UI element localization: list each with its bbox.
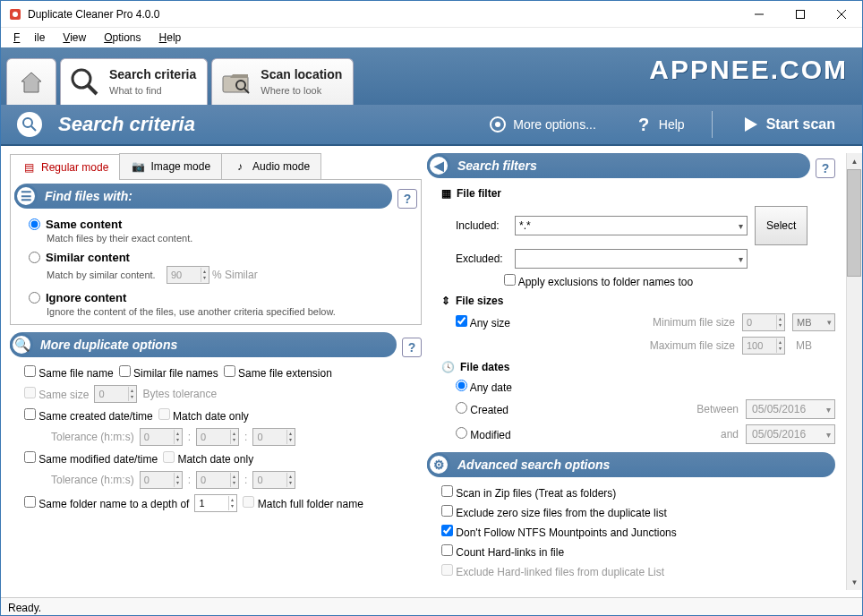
svg-line-12 (31, 126, 36, 131)
min-size-label: Minimum file size (653, 316, 735, 329)
file-sizes-heading: ⇕ File sizes (441, 291, 835, 311)
page-header: Search criteria More options... ? Help S… (1, 105, 862, 146)
file-dates-heading: 🕓 File dates (441, 357, 835, 377)
start-scan-button[interactable]: Start scan (729, 105, 846, 144)
match-date-only-check-2[interactable]: Match date only (163, 451, 253, 466)
same-size-check[interactable]: Same size (24, 387, 89, 401)
status-text: Ready. (8, 602, 41, 614)
divider (712, 111, 713, 138)
tab-audio-label: Audio mode (252, 160, 310, 173)
tolerance-label-2: Tolerance (h:m:s) (51, 474, 134, 486)
ntfs-check[interactable]: Don't Follow NTFS Mountpoints and Juncti… (441, 525, 677, 539)
similar-pct-input[interactable]: 90 (167, 266, 209, 284)
search-criteria-sub: What to find (109, 85, 162, 96)
file-filter-heading: ▦ File filter (441, 184, 835, 203)
scroll-down-icon[interactable]: ▼ (847, 574, 862, 590)
resize-icon: ⇕ (441, 295, 450, 307)
any-date-radio[interactable]: Any date (456, 380, 512, 394)
max-size-label: Maximum file size (650, 339, 735, 352)
maximize-button[interactable] (780, 1, 821, 28)
tol-h-input-2[interactable]: 0 (140, 471, 183, 489)
magnifier-icon (17, 112, 42, 137)
menu-file[interactable]: File (6, 30, 52, 46)
date-to-input[interactable]: 05/05/2016 (746, 424, 835, 444)
find-files-heading: ☰ Find files with: (14, 184, 392, 209)
menu-options[interactable]: Options (97, 30, 148, 46)
help-icon[interactable]: ? (402, 338, 422, 357)
same-content-desc: Match files by their exact content. (47, 233, 410, 244)
ignore-content-radio[interactable]: Ignore content (29, 291, 410, 304)
same-file-name-check[interactable]: Same file name (24, 365, 114, 380)
tab-regular-mode[interactable]: ▤Regular mode (10, 154, 120, 180)
select-button[interactable]: Select (755, 206, 807, 245)
tab-audio-mode[interactable]: ♪Audio mode (221, 153, 321, 179)
svg-line-7 (88, 85, 97, 94)
help-label: Help (659, 117, 685, 132)
help-icon[interactable]: ? (397, 189, 417, 209)
home-button[interactable] (6, 58, 56, 105)
vertical-scrollbar[interactable]: ▲ ▼ (846, 153, 862, 590)
scrollbar-thumb[interactable] (847, 169, 861, 277)
tab-image-mode[interactable]: 📷Image mode (119, 153, 222, 179)
search-filters-label: Search filters (457, 158, 537, 173)
tol-s-input[interactable]: 0 (252, 428, 295, 446)
and-label: and (721, 428, 739, 441)
count-hardlinks-check[interactable]: Count Hard-links in file (441, 544, 564, 559)
menu-view[interactable]: View (56, 30, 93, 46)
same-folder-check[interactable]: Same folder name to a depth of (24, 496, 189, 510)
document-icon: ▤ (21, 160, 36, 175)
folder-depth-input[interactable]: 1 (194, 494, 237, 512)
tolerance-label: Tolerance (h:m:s) (51, 431, 134, 443)
menu-help[interactable]: Help (152, 30, 189, 46)
pct-similar-label: % Similar (212, 269, 258, 281)
play-icon (739, 114, 761, 135)
camera-icon: 📷 (131, 159, 145, 174)
svg-rect-8 (223, 76, 248, 92)
tab-regular-label: Regular mode (41, 161, 108, 174)
date-from-input[interactable]: 05/05/2016 (746, 399, 835, 419)
created-radio[interactable]: Created (456, 402, 508, 416)
chevron-left-icon: ◀ (427, 154, 450, 177)
music-icon: ♪ (233, 159, 247, 174)
same-file-extension-check[interactable]: Same file extension (224, 365, 332, 380)
modified-radio[interactable]: Modified (456, 427, 511, 441)
tol-m-input-2[interactable]: 0 (196, 471, 239, 489)
similar-file-names-check[interactable]: Similar file names (119, 365, 218, 380)
tol-m-input[interactable]: 0 (196, 428, 239, 446)
excluded-combo[interactable] (515, 249, 748, 269)
more-options-button[interactable]: More options... (477, 105, 607, 144)
magnifier-icon: 🔍 (10, 333, 33, 356)
similar-content-desc: Match by similar content. 90 % Similar (47, 266, 410, 284)
scroll-up-icon[interactable]: ▲ (847, 153, 862, 169)
included-combo[interactable]: *.* (515, 216, 748, 235)
same-content-radio[interactable]: Same content (29, 218, 410, 231)
bytes-tolerance-label: Bytes tolerance (142, 388, 217, 400)
minimize-button[interactable] (739, 1, 780, 28)
close-button[interactable] (821, 1, 862, 28)
scan-zip-check[interactable]: Scan in Zip files (Treat as folders) (441, 485, 616, 500)
question-icon: ? (634, 115, 654, 134)
same-created-check[interactable]: Same created date/time (24, 408, 153, 423)
any-size-check[interactable]: Any size (456, 315, 510, 329)
advanced-heading: ⚙ Advanced search options (427, 452, 835, 477)
help-icon[interactable]: ? (816, 158, 835, 178)
folder-search-icon (218, 64, 255, 101)
exclude-zero-check[interactable]: Exclude zero size files from the duplica… (441, 505, 667, 519)
match-date-only-check[interactable]: Match date only (158, 408, 249, 423)
tol-s-input-2[interactable]: 0 (252, 471, 295, 489)
tol-h-input[interactable]: 0 (140, 428, 183, 446)
max-size-input[interactable]: 100 (742, 337, 785, 355)
same-size-value[interactable]: 0 (94, 385, 137, 403)
scan-location-tab[interactable]: Scan locationWhere to look (211, 58, 354, 105)
min-unit-select[interactable]: MB (792, 313, 835, 331)
status-bar: Ready. (1, 597, 862, 616)
same-modified-check[interactable]: Same modified date/time (24, 451, 158, 466)
match-full-folder-check[interactable]: Match full folder name (243, 496, 363, 510)
apply-exclusions-check[interactable]: Apply exclusions to folder names too (504, 274, 693, 288)
search-filters-heading: ◀ Search filters (427, 153, 810, 178)
min-size-input[interactable]: 0 (742, 313, 785, 331)
similar-content-radio[interactable]: Similar content (29, 251, 410, 264)
help-button[interactable]: ? Help (623, 105, 696, 144)
exclude-hardlinks-check[interactable]: Exclude Hard-linked files from duplicate… (441, 564, 664, 578)
search-criteria-tab[interactable]: Search criteriaWhat to find (60, 58, 208, 105)
